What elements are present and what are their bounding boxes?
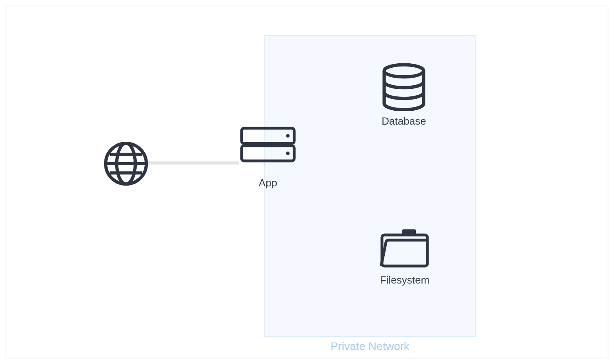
internet-node [103,141,149,191]
svg-point-10 [286,134,290,138]
filesystem-label: Filesystem [380,274,429,286]
private-network-label: Private Network [331,340,409,353]
diagram-frame: Private Network App [6,6,608,358]
database-icon [380,63,427,111]
database-label: Database [382,115,426,127]
svg-point-12 [286,152,290,155]
server-icon [239,126,297,166]
database-node: Database [380,63,427,127]
globe-icon [103,141,149,187]
app-node: App [239,126,297,189]
svg-point-13 [384,65,424,77]
filesystem-node: Filesystem [379,227,431,286]
folder-icon [379,227,431,270]
app-label: App [259,177,277,189]
